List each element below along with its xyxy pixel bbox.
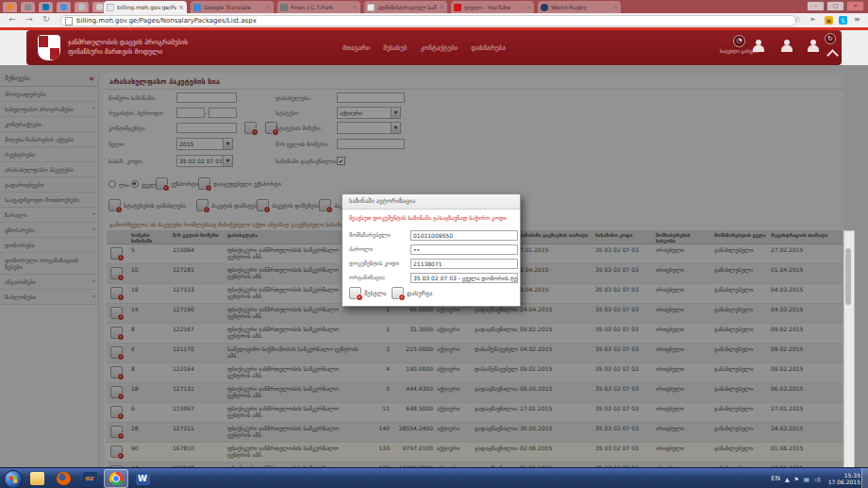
maximize-button[interactable]: ▢ bbox=[826, 1, 844, 11]
pinned-tab[interactable] bbox=[21, 2, 35, 12]
action-button[interactable]: ×სტატუსების განახლება bbox=[108, 199, 186, 211]
sidebar-item[interactable]: ზარალი▸ bbox=[0, 208, 98, 223]
modal-field-input[interactable]: •• bbox=[410, 244, 518, 255]
tab-close-icon[interactable]: × bbox=[265, 4, 271, 11]
nav-link[interactable]: შესახებ bbox=[383, 44, 407, 52]
taskbar-app-explorer[interactable] bbox=[25, 469, 49, 488]
modal-field-input[interactable]: 21138071 bbox=[410, 259, 518, 269]
edit-package-icon[interactable]: × bbox=[110, 307, 123, 319]
radio-icon[interactable] bbox=[108, 180, 116, 188]
sidebar-item[interactable]: ცნობარები▸ bbox=[0, 223, 98, 238]
column-header[interactable] bbox=[107, 230, 129, 244]
filter-input[interactable] bbox=[176, 93, 237, 103]
taskbar-app-firefox[interactable] bbox=[51, 469, 75, 488]
login-button[interactable]: ×შესვლა bbox=[349, 287, 387, 299]
sidebar-item[interactable]: საავადმყოფო მოთხოვნები bbox=[0, 193, 98, 208]
share-icon[interactable]: ➣ bbox=[810, 15, 816, 24]
refresh-icon[interactable]: ↻ bbox=[40, 14, 53, 24]
edit-package-icon[interactable]: × bbox=[110, 287, 123, 299]
action-button[interactable]: ×პაკეტის დამატება bbox=[196, 199, 260, 211]
sidebar-item[interactable]: მიღება-ჩაბარების აქტები bbox=[0, 132, 98, 147]
radio-icon[interactable] bbox=[131, 180, 139, 188]
table-row[interactable]: ×14127190ფსიქიკური ჯანმრთელობის სამკურნა… bbox=[107, 304, 843, 324]
sidebar-item[interactable]: დონორები bbox=[0, 238, 98, 253]
browser-tab[interactable]: ადმინისტრაციულ სამართ...× bbox=[364, 1, 447, 13]
table-row[interactable]: ×90167810ფსიქიკური ჯანმრთელობის სამკურნა… bbox=[107, 443, 843, 463]
language-indicator[interactable]: EN bbox=[771, 475, 780, 482]
sidebar-collapse-icon[interactable]: « bbox=[89, 74, 94, 83]
pinned-tab[interactable] bbox=[75, 2, 89, 12]
column-header[interactable]: რეგისტრაციის თარიღი bbox=[769, 230, 843, 244]
menu-icon[interactable]: ≡ bbox=[854, 15, 860, 24]
table-row[interactable]: ×8122164ფსიქიკური ჯანმრთელობის სამკურნალ… bbox=[107, 363, 843, 383]
action-button[interactable]: ×დაჯგუფებული ექსპორტი bbox=[198, 177, 281, 190]
chevron-down-icon[interactable]: ▼ bbox=[391, 108, 400, 118]
sidebar-item[interactable]: რეესტრები bbox=[0, 147, 98, 162]
filter-checkbox[interactable]: ✔ bbox=[337, 157, 345, 165]
column-header[interactable]: მომხმარებლის ცვლა bbox=[712, 230, 769, 244]
user-icon[interactable] bbox=[751, 40, 766, 53]
column-header[interactable]: ხაზინაში გაგზავნის თარიღი bbox=[518, 230, 593, 244]
vertical-scrollbar[interactable] bbox=[843, 230, 855, 469]
scrollbar-thumb[interactable] bbox=[845, 248, 851, 305]
filter-input-from[interactable] bbox=[176, 108, 205, 118]
table-row[interactable]: ×8122167ფსიქიკური ჯანმრთელობის სამკურნალ… bbox=[107, 324, 843, 344]
filter-input[interactable] bbox=[337, 139, 405, 149]
skype-extension-icon[interactable]: S bbox=[839, 16, 847, 25]
action-button[interactable]: ×პაკეტის დაწუნება bbox=[257, 199, 320, 211]
table-row[interactable]: ×6115067ფსიქიკური ჯანმრთელობის სამკურნალ… bbox=[107, 403, 843, 423]
filter-select[interactable]: ▼ bbox=[337, 122, 401, 134]
modal-field-input[interactable]: 01011009550 bbox=[410, 230, 518, 241]
edit-package-icon[interactable]: × bbox=[110, 267, 123, 279]
sidebar-item[interactable]: პროვაიდერები bbox=[0, 87, 98, 102]
pinned-tab[interactable] bbox=[39, 2, 53, 12]
sidebar-item[interactable]: შაბლონები▸ bbox=[0, 290, 98, 305]
lookup-button[interactable]: × bbox=[244, 122, 257, 134]
refresh-session-icon[interactable]: ↻ bbox=[825, 33, 836, 44]
pinned-tab[interactable] bbox=[57, 2, 71, 12]
sidebar-item[interactable]: ანგარიშები▸ bbox=[0, 275, 98, 290]
action-button[interactable]: ×ექსპორტი bbox=[156, 177, 198, 190]
table-row[interactable]: ×18127131ფსიქიკური ჯანმრთელობის სამკურნა… bbox=[107, 383, 843, 403]
tab-close-icon[interactable]: × bbox=[178, 4, 184, 11]
group-icon[interactable] bbox=[806, 40, 821, 53]
volume-icon[interactable]: ◁) bbox=[814, 476, 821, 482]
sidebar-item[interactable]: დონორული ორგანიზაციის წესები bbox=[0, 253, 98, 275]
column-header[interactable]: მომსახურების სახეობა bbox=[654, 230, 712, 244]
browser-tab[interactable]: Google Translate× bbox=[191, 1, 274, 13]
edit-package-icon[interactable]: × bbox=[110, 406, 123, 418]
taskbar-app-word[interactable]: W bbox=[130, 469, 155, 488]
tray-expand-icon[interactable]: ▲ bbox=[785, 476, 790, 482]
show-desktop-button[interactable] bbox=[861, 468, 868, 488]
browser-tab[interactable]: Fines | C.T.Park× bbox=[277, 1, 360, 13]
back-icon[interactable]: ← bbox=[6, 14, 19, 24]
tab-close-icon[interactable]: × bbox=[526, 4, 531, 11]
filter-input[interactable] bbox=[337, 93, 405, 103]
edit-package-icon[interactable]: × bbox=[110, 446, 123, 458]
close-button[interactable]: × bbox=[846, 1, 864, 11]
taskbar-clock[interactable]: 15:35 17.06.2015 bbox=[828, 472, 860, 485]
taskbar-app-chrome[interactable] bbox=[104, 469, 128, 488]
sidebar-item[interactable]: კონტრაქტები bbox=[0, 117, 98, 132]
sidebar-item[interactable]: გადარიცხვები bbox=[0, 177, 98, 193]
filter-input[interactable] bbox=[176, 123, 237, 133]
chevron-down-icon[interactable]: ▼ bbox=[223, 156, 232, 166]
nav-link[interactable]: კონტაქტები bbox=[420, 44, 458, 52]
modal-field-input[interactable]: 35 03 02 07 03 - ყველა დონორის ტექნიკურ bbox=[410, 273, 518, 283]
edit-package-icon[interactable]: × bbox=[110, 327, 123, 339]
edit-package-icon[interactable]: × bbox=[110, 426, 123, 438]
filter-input-to[interactable] bbox=[209, 108, 237, 118]
sidebar-item[interactable]: სახელფასო პროგრამები▸ bbox=[0, 102, 98, 117]
tab-close-icon[interactable]: × bbox=[352, 4, 358, 11]
display-icon[interactable]: ▤ bbox=[804, 476, 810, 482]
chevron-down-icon[interactable]: ▼ bbox=[223, 139, 232, 149]
forward-icon[interactable]: → bbox=[23, 14, 36, 24]
start-button[interactable] bbox=[4, 470, 23, 488]
extension-icon[interactable]: ▣ bbox=[825, 16, 833, 25]
radio-option[interactable]: ღია bbox=[108, 180, 129, 188]
tab-close-icon[interactable]: × bbox=[439, 4, 444, 11]
filter-select[interactable]: 35 03 02 07 03 ყველა▼ bbox=[176, 155, 233, 167]
chevron-up-icon[interactable] bbox=[826, 49, 839, 61]
bookmark-star-icon[interactable]: ☆ bbox=[794, 15, 801, 24]
table-row[interactable]: ×28127211ფსიქიკური ჯანმრთელობის სამკურნა… bbox=[107, 423, 843, 443]
